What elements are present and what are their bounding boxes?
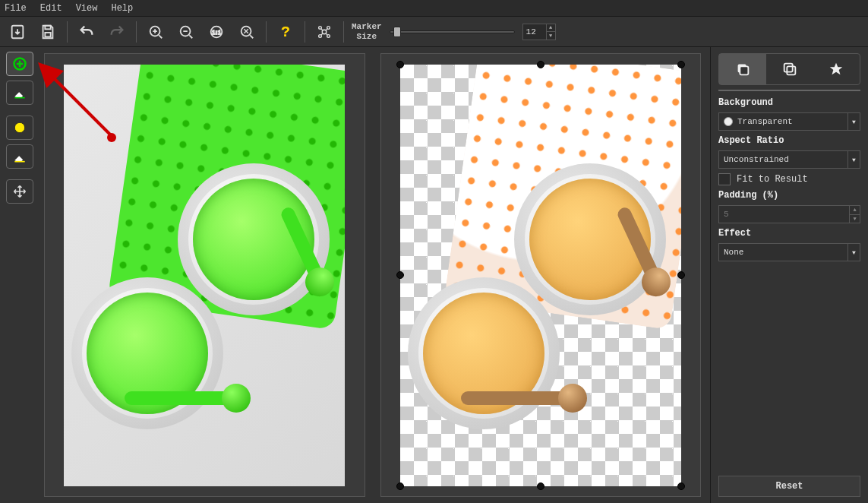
svg-rect-17: [14, 161, 24, 163]
effect-select[interactable]: None ▼: [718, 243, 860, 261]
svg-point-16: [14, 122, 24, 132]
fit-to-result-checkbox[interactable]: [718, 173, 731, 185]
spin-down-icon[interactable]: ▼: [547, 32, 555, 40]
svg-text:1:1: 1:1: [212, 30, 221, 35]
menu-view[interactable]: View: [76, 3, 98, 14]
crop-handle[interactable]: [537, 482, 544, 490]
crop-handle[interactable]: [396, 61, 404, 68]
left-toolbar: [0, 47, 41, 503]
chevron-down-icon[interactable]: ▼: [847, 151, 860, 168]
crop-handle[interactable]: [677, 61, 685, 68]
undo-button[interactable]: [75, 21, 98, 43]
svg-rect-15: [14, 97, 24, 99]
crop-handle[interactable]: [677, 271, 685, 279]
svg-rect-21: [784, 64, 792, 72]
svg-point-11: [327, 26, 330, 29]
chevron-down-icon[interactable]: ▼: [847, 113, 860, 130]
menu-file[interactable]: File: [5, 3, 27, 14]
background-select[interactable]: Transparent ▼: [718, 112, 860, 131]
effect-heading: Effect: [718, 228, 860, 239]
move-tool[interactable]: [6, 179, 33, 204]
crop-handle[interactable]: [677, 482, 685, 490]
menu-bar: File Edit View Help: [0, 0, 868, 17]
annotation-dot: [107, 133, 116, 142]
ai-tool-button[interactable]: [313, 21, 336, 43]
help-button[interactable]: ?: [274, 21, 297, 43]
zoom-out-button[interactable]: [175, 21, 197, 43]
menu-help[interactable]: Help: [111, 3, 133, 14]
tab-background[interactable]: [719, 54, 766, 84]
save-button[interactable]: [36, 21, 59, 43]
spin-down-icon[interactable]: ▼: [850, 215, 860, 223]
svg-point-9: [322, 30, 327, 34]
background-heading: Background: [718, 97, 860, 108]
add-foreground-marker-tool[interactable]: [6, 52, 33, 76]
svg-rect-22: [787, 66, 795, 74]
crop-handle[interactable]: [396, 482, 404, 490]
marker-size-slider[interactable]: [390, 27, 515, 37]
open-file-button[interactable]: [6, 21, 29, 43]
svg-rect-1: [45, 25, 50, 29]
zoom-fit-button[interactable]: [235, 21, 258, 43]
main-area: Background Transparent ▼ Aspect Ratio Un…: [0, 47, 868, 503]
marker-size-label: Marker Size: [352, 22, 382, 40]
source-canvas[interactable]: [44, 53, 365, 497]
svg-point-10: [319, 26, 322, 29]
canvas-area: [41, 47, 710, 503]
svg-point-13: [327, 34, 330, 37]
chevron-down-icon[interactable]: ▼: [847, 244, 860, 261]
reset-button[interactable]: Reset: [718, 476, 860, 497]
zoom-in-button[interactable]: [144, 21, 167, 43]
menu-edit[interactable]: Edit: [40, 3, 62, 14]
top-toolbar: 1:1 ? Marker Size ▲▼: [0, 17, 868, 47]
svg-text:?: ?: [281, 24, 290, 40]
crop-handle[interactable]: [537, 61, 544, 68]
panel-tabs: [718, 53, 860, 85]
padding-heading: Padding (%): [718, 190, 860, 201]
fit-to-result-label: Fit to Result: [737, 174, 808, 185]
erase-background-marker-tool[interactable]: [6, 144, 33, 169]
svg-rect-20: [740, 66, 748, 74]
aspect-ratio-heading: Aspect Ratio: [718, 135, 860, 146]
erase-foreground-marker-tool[interactable]: [6, 81, 33, 105]
aspect-ratio-select[interactable]: Unconstrained ▼: [718, 150, 860, 169]
properties-panel: Background Transparent ▼ Aspect Ratio Un…: [710, 47, 868, 503]
spin-up-icon[interactable]: ▲: [850, 206, 860, 215]
transparent-swatch-icon: [724, 117, 733, 126]
padding-input[interactable]: ▲▼: [718, 205, 860, 223]
spin-up-icon[interactable]: ▲: [547, 24, 555, 33]
svg-rect-2: [45, 32, 50, 36]
add-background-marker-tool[interactable]: [6, 115, 33, 140]
svg-point-12: [319, 34, 322, 37]
crop-handle[interactable]: [396, 271, 404, 279]
redo-button[interactable]: [106, 21, 128, 43]
result-canvas[interactable]: [380, 53, 702, 497]
marker-size-input[interactable]: ▲▼: [522, 24, 556, 40]
zoom-actual-button[interactable]: 1:1: [205, 21, 228, 43]
tab-favorites[interactable]: [813, 54, 860, 84]
tab-layers[interactable]: [766, 54, 813, 84]
